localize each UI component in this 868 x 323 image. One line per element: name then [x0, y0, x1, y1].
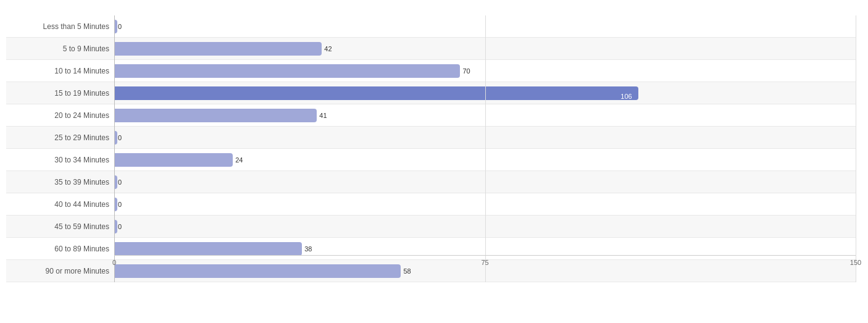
bar-label: 30 to 34 Minutes [6, 156, 114, 164]
bar-value: 0 [118, 23, 122, 30]
bar-value: 41 [319, 112, 327, 119]
bar-label: 45 to 59 Minutes [6, 222, 114, 231]
bar-value: 0 [118, 178, 122, 186]
bar-value: 70 [462, 67, 470, 75]
bars-section: Less than 5 Minutes05 to 9 Minutes4210 t… [6, 15, 856, 282]
bar-fill [114, 42, 322, 56]
bar-value: 42 [324, 45, 332, 52]
bar-label: 40 to 44 Minutes [6, 200, 114, 209]
bar-row: 10 to 14 Minutes70 [6, 60, 856, 82]
bar-label: 90 or more Minutes [6, 267, 114, 275]
bar-row: 25 to 29 Minutes0 [6, 127, 856, 149]
bar-label: 20 to 24 Minutes [6, 111, 114, 120]
bar-label: 60 to 89 Minutes [6, 245, 114, 253]
x-tick: 75 [481, 259, 488, 266]
bar-label: 15 to 19 Minutes [6, 89, 114, 98]
bar-row: 15 to 19 Minutes106 [6, 82, 856, 104]
bar-fill [114, 153, 233, 167]
bar-value: 24 [235, 156, 243, 164]
bar-label: 25 to 29 Minutes [6, 133, 114, 142]
bar-label: Less than 5 Minutes [6, 22, 114, 31]
grid-line [485, 15, 486, 282]
bar-value: 38 [304, 245, 312, 253]
bar-row: 20 to 24 Minutes41 [6, 104, 856, 127]
bar-value: 0 [118, 201, 122, 208]
bar-row: 35 to 39 Minutes0 [6, 171, 856, 193]
x-axis: 075150 [114, 255, 856, 274]
bar-fill: 106 [114, 86, 638, 100]
bar-label: 10 to 14 Minutes [6, 67, 114, 75]
bar-fill [114, 109, 317, 122]
bar-row: 40 to 44 Minutes0 [6, 193, 856, 216]
bar-fill [114, 64, 460, 78]
bar-row: Less than 5 Minutes0 [6, 15, 856, 38]
bar-value: 0 [118, 223, 122, 230]
bar-fill [114, 242, 302, 256]
bar-value: 106 [620, 93, 632, 100]
grid-line [856, 15, 856, 282]
chart-area: Less than 5 Minutes05 to 9 Minutes4210 t… [6, 15, 856, 274]
bar-value: 0 [118, 134, 122, 141]
x-tick: 0 [112, 259, 116, 266]
grid-line [114, 15, 115, 282]
bar-label: 35 to 39 Minutes [6, 178, 114, 187]
bar-row: 30 to 34 Minutes24 [6, 149, 856, 171]
bar-label: 5 to 9 Minutes [6, 44, 114, 53]
chart-container: Less than 5 Minutes05 to 9 Minutes4210 t… [0, 0, 868, 323]
x-tick: 150 [850, 259, 861, 266]
bar-row: 45 to 59 Minutes0 [6, 216, 856, 238]
bar-row: 5 to 9 Minutes42 [6, 38, 856, 60]
